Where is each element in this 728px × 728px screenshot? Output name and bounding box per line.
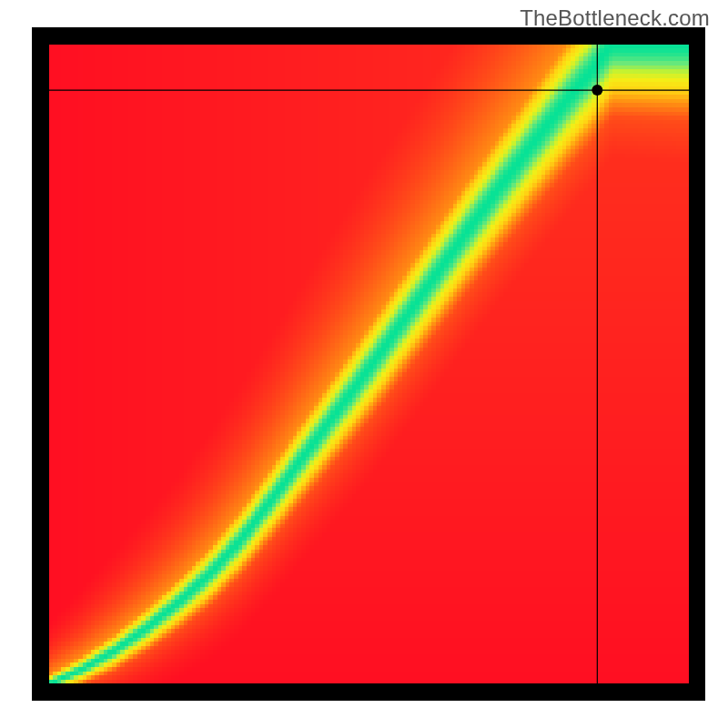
crosshair-overlay: [32, 27, 705, 701]
bottleneck-heatmap: [32, 27, 705, 701]
